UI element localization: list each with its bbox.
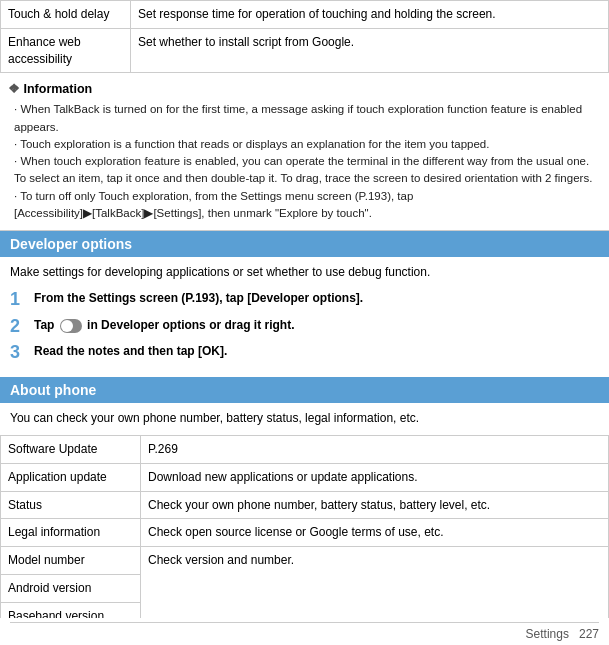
top-table-value: Set response time for operation of touch…: [131, 1, 609, 29]
about-table-value: Check open source license or Google term…: [141, 519, 609, 547]
step-2: 2Tap in Developer options or drag it rig…: [10, 316, 599, 338]
step-3: 3Read the notes and then tap [OK].: [10, 342, 599, 364]
page-wrapper: Touch & hold delaySet response time for …: [0, 0, 609, 645]
top-table-value: Set whether to install script from Googl…: [131, 28, 609, 73]
about-phone-body: You can check your own phone number, bat…: [0, 403, 609, 435]
step-text: From the Settings screen (P.193), tap [D…: [34, 289, 363, 307]
about-table-value: Check your own phone number, battery sta…: [141, 491, 609, 519]
step-number: 2: [10, 316, 26, 338]
about-table-label: Software Update: [1, 435, 141, 463]
about-table-label: Model number: [1, 547, 141, 575]
step-number: 1: [10, 289, 26, 311]
developer-options-body: Make settings for developing application…: [0, 257, 609, 289]
about-table-label: Android version: [1, 574, 141, 602]
footer-label: Settings: [526, 627, 569, 641]
information-body: When TalkBack is turned on for the first…: [8, 101, 601, 222]
info-list-item: Touch exploration is a function that rea…: [14, 136, 601, 153]
top-table-label: Touch & hold delay: [1, 1, 131, 29]
about-phone-header: About phone: [0, 377, 609, 403]
about-table-label: Status: [1, 491, 141, 519]
info-list-item: To turn off only Touch exploration, from…: [14, 188, 601, 223]
about-table-value: Download new applications or update appl…: [141, 463, 609, 491]
top-table-row: Enhance web accessibilitySet whether to …: [1, 28, 609, 73]
about-table-row: Legal informationCheck open source licen…: [1, 519, 609, 547]
step-text: Tap in Developer options or drag it righ…: [34, 316, 294, 334]
about-table-label: Legal information: [1, 519, 141, 547]
top-table-label: Enhance web accessibility: [1, 28, 131, 73]
about-table-label: Application update: [1, 463, 141, 491]
information-section: Information When TalkBack is turned on f…: [0, 73, 609, 231]
about-table-value: P.269: [141, 435, 609, 463]
about-table: Software UpdateP.269Application updateDo…: [0, 435, 609, 645]
info-list-item: When TalkBack is turned on for the first…: [14, 101, 601, 136]
step-text: Read the notes and then tap [OK].: [34, 342, 227, 360]
info-list-item: When touch exploration feature is enable…: [14, 153, 601, 188]
developer-steps: 1From the Settings screen (P.193), tap […: [0, 289, 609, 377]
step-1: 1From the Settings screen (P.193), tap […: [10, 289, 599, 311]
toggle-icon: [60, 319, 82, 333]
top-table: Touch & hold delaySet response time for …: [0, 0, 609, 73]
step-number: 3: [10, 342, 26, 364]
developer-options-header: Developer options: [0, 231, 609, 257]
about-table-row: Model numberCheck version and number.: [1, 547, 609, 575]
about-table-row: Application updateDownload new applicati…: [1, 463, 609, 491]
information-title: Information: [8, 81, 601, 96]
footer-page: 227: [579, 627, 599, 641]
about-table-row: Software UpdateP.269: [1, 435, 609, 463]
top-table-row: Touch & hold delaySet response time for …: [1, 1, 609, 29]
about-table-row: StatusCheck your own phone number, batte…: [1, 491, 609, 519]
footer: Settings 227: [0, 618, 609, 645]
